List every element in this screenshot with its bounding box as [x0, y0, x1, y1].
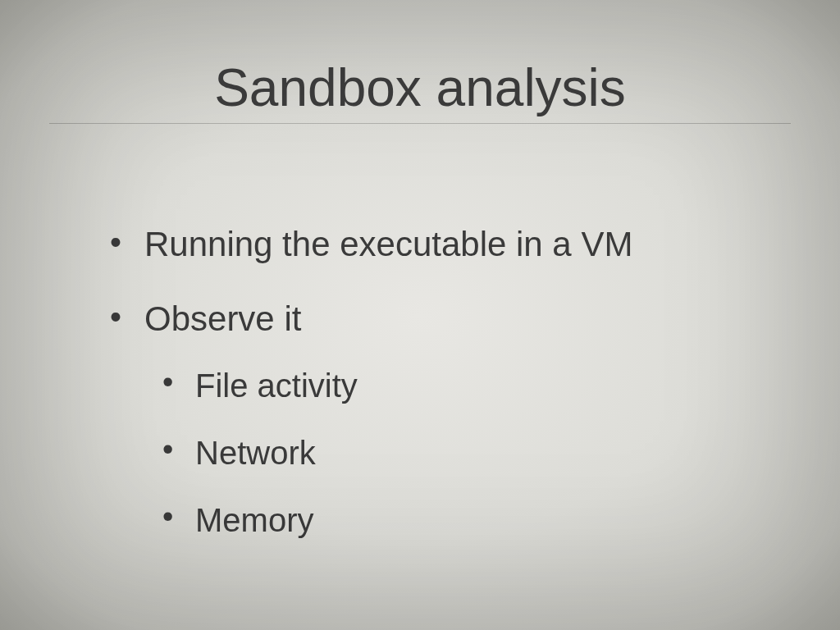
list-item-text: File activity — [195, 368, 358, 404]
list-item-text: Observe it — [144, 299, 301, 338]
list-item-text: Network — [195, 435, 316, 471]
slide-content: Running the executable in a VM Observe i… — [49, 222, 791, 541]
title-divider — [49, 123, 791, 124]
slide-title: Sandbox analysis — [49, 57, 791, 118]
list-item-text: Memory — [195, 502, 313, 538]
list-item: Running the executable in a VM — [98, 222, 791, 267]
slide-container: Sandbox analysis Running the executable … — [0, 0, 840, 630]
list-item-text: Running the executable in a VM — [144, 225, 632, 263]
list-item: Observe it File activity Network Memory — [98, 297, 791, 542]
list-item: File activity — [151, 364, 791, 407]
list-item: Network — [151, 431, 791, 474]
list-item: Memory — [151, 499, 791, 541]
bullet-list-level1: Running the executable in a VM Observe i… — [98, 222, 791, 541]
bullet-list-level2: File activity Network Memory — [144, 364, 791, 541]
